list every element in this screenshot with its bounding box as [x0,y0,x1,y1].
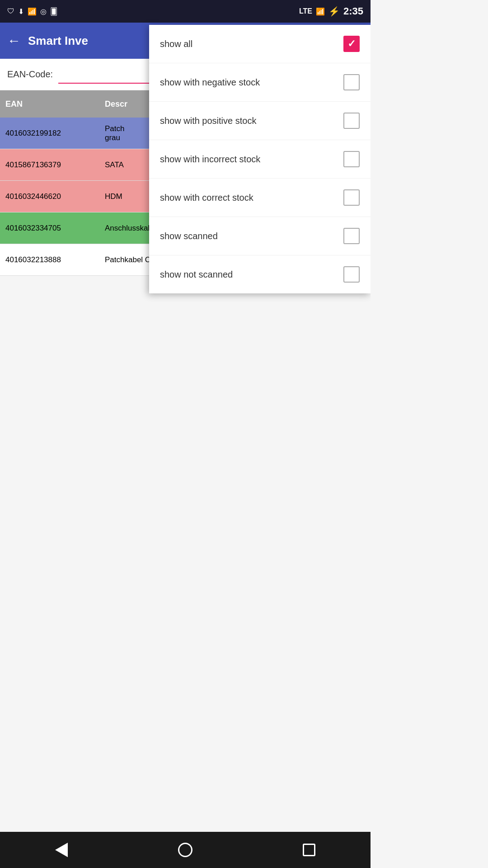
filter-option-label: show scanned [160,231,218,241]
status-icons-right: LTE 📶 ⚡ 2:35 [299,5,363,17]
nav-back-button[interactable] [55,843,68,857]
filter-dropdown: show all show with negative stock show w… [149,25,371,293]
back-button[interactable]: ← [7,33,21,48]
show-all-checkbox[interactable] [343,36,360,52]
download-icon: ⬇ [18,7,24,16]
filter-option-negative-stock[interactable]: show with negative stock [149,63,371,102]
nav-recent-button[interactable] [303,844,315,856]
card-icon: 🂠 [50,7,57,16]
battery-icon: ⚡ [328,6,340,17]
not-scanned-checkbox[interactable] [343,266,360,283]
scanned-checkbox[interactable] [343,228,360,244]
status-bar: 🛡 ⬇ 📶 ◎ 🂠 LTE 📶 ⚡ 2:35 [0,0,371,23]
filter-option-scanned[interactable]: show scanned [149,217,371,255]
lte-icon: LTE [299,7,312,15]
filter-option-label: show with correct stock [160,193,253,203]
cell-ean: 4016032213888 [5,255,105,264]
wifi-icon: 📶 [28,7,37,16]
negative-stock-checkbox[interactable] [343,74,360,90]
ean-label: EAN-Code: [7,69,53,80]
cell-ean: 4016032446620 [5,192,105,201]
back-icon [55,843,68,857]
filter-option-label: show with negative stock [160,77,260,88]
cell-ean: 4015867136379 [5,160,105,170]
correct-stock-checkbox[interactable] [343,189,360,206]
circle-icon: ◎ [40,7,47,16]
filter-option-not-scanned[interactable]: show not scanned [149,255,371,293]
nav-home-button[interactable] [178,843,192,857]
cell-ean: 4016032199182 [5,129,105,138]
filter-option-label: show with positive stock [160,116,256,126]
status-icons-left: 🛡 ⬇ 📶 ◎ 🂠 [7,7,57,16]
positive-stock-checkbox[interactable] [343,113,360,129]
incorrect-stock-checkbox[interactable] [343,151,360,167]
col-header-ean: EAN [5,99,105,109]
filter-option-label: show not scanned [160,269,233,280]
filter-option-positive-stock[interactable]: show with positive stock [149,102,371,140]
nav-bar [0,832,371,868]
app-title: Smart Inve [28,34,88,48]
recent-icon [303,844,315,856]
signal-icon: 📶 [316,7,325,16]
shield-icon: 🛡 [7,7,14,15]
home-icon [178,843,192,857]
time-display: 2:35 [343,5,363,17]
filter-option-correct-stock[interactable]: show with correct stock [149,179,371,217]
filter-option-label: show with incorrect stock [160,154,260,165]
filter-option-show-all[interactable]: show all [149,25,371,63]
filter-option-incorrect-stock[interactable]: show with incorrect stock [149,140,371,179]
cell-ean: 4016032334705 [5,224,105,233]
filter-option-label: show all [160,39,192,49]
